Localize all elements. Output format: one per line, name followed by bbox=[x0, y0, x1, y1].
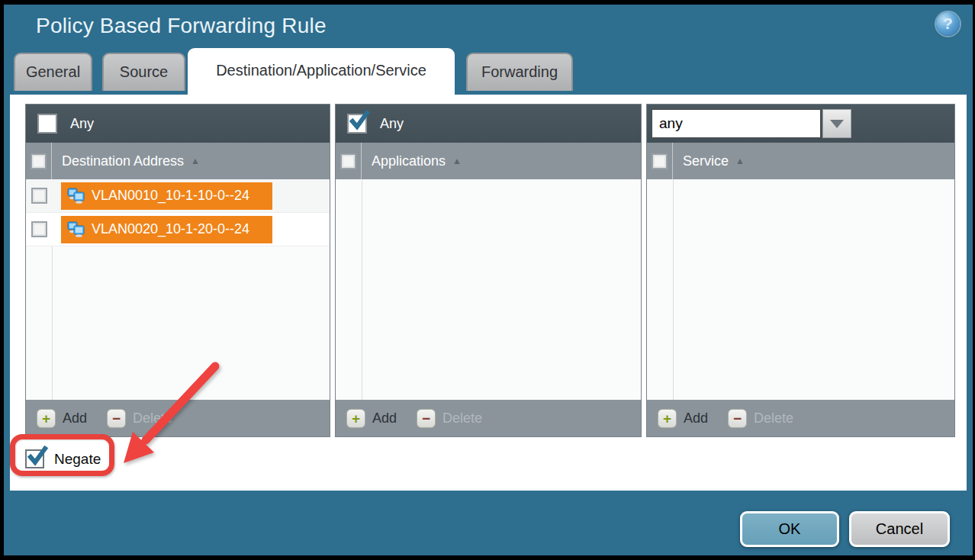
delete-button[interactable]: − Delete bbox=[417, 409, 482, 428]
destination-any-bar: Any bbox=[26, 105, 330, 143]
table-row[interactable]: VLAN0010_10-1-10-0--24 bbox=[26, 179, 330, 213]
row-checkbox[interactable] bbox=[31, 221, 47, 237]
service-list bbox=[647, 179, 954, 400]
service-dropdown-value[interactable]: any bbox=[652, 109, 821, 138]
delete-icon: − bbox=[107, 409, 126, 428]
dropdown-button[interactable] bbox=[822, 109, 851, 138]
dialog-title: Policy Based Forwarding Rule bbox=[36, 14, 327, 38]
destination-any-checkbox[interactable] bbox=[37, 114, 57, 134]
chevron-down-icon bbox=[830, 120, 844, 128]
destination-toolbar: + Add − Delete bbox=[26, 400, 330, 436]
address-label: VLAN0020_10-1-20-0--24 bbox=[92, 221, 249, 237]
address-chip[interactable]: VLAN0020_10-1-20-0--24 bbox=[61, 216, 272, 243]
applications-toolbar: + Add − Delete bbox=[336, 400, 641, 436]
ok-button[interactable]: OK bbox=[740, 511, 839, 547]
delete-button[interactable]: − Delete bbox=[107, 409, 172, 428]
add-button[interactable]: + Add bbox=[658, 409, 708, 428]
tab-destination-application-service[interactable]: Destination/Application/Service bbox=[188, 48, 455, 95]
delete-icon: − bbox=[728, 409, 747, 428]
sort-asc-icon[interactable]: ▲ bbox=[452, 156, 462, 166]
destination-any-label: Any bbox=[70, 116, 94, 132]
applications-list bbox=[336, 179, 641, 400]
tab-general[interactable]: General bbox=[14, 53, 92, 91]
add-button[interactable]: + Add bbox=[37, 409, 87, 428]
network-icon bbox=[67, 188, 85, 204]
help-icon[interactable]: ? bbox=[936, 12, 960, 36]
address-label: VLAN0010_10-1-10-0--24 bbox=[92, 188, 249, 204]
add-button[interactable]: + Add bbox=[346, 409, 397, 428]
applications-panel: Any Applications ▲ + Add − Delete bbox=[335, 104, 642, 437]
destination-panel: Any Destination Address ▲ bbox=[25, 104, 330, 437]
destination-select-all-checkbox[interactable] bbox=[31, 153, 47, 169]
row-checkbox[interactable] bbox=[31, 188, 47, 204]
applications-any-label: Any bbox=[380, 116, 404, 132]
destination-column-header[interactable]: Destination Address bbox=[52, 153, 184, 169]
add-icon: + bbox=[658, 409, 677, 428]
sort-asc-icon[interactable]: ▲ bbox=[191, 156, 200, 166]
negate-control: Negate bbox=[25, 449, 101, 468]
destination-column-header-row: Destination Address ▲ bbox=[26, 143, 330, 179]
service-dropdown-bar: any bbox=[647, 105, 954, 143]
cancel-button[interactable]: Cancel bbox=[849, 511, 950, 547]
tab-source[interactable]: Source bbox=[102, 53, 185, 91]
destination-list: VLAN0010_10-1-10-0--24 VLAN0020_10-1-20-… bbox=[26, 179, 330, 400]
applications-column-header[interactable]: Applications bbox=[362, 153, 446, 169]
service-column-header-row: Service ▲ bbox=[647, 143, 954, 179]
delete-icon: − bbox=[417, 409, 436, 428]
applications-select-all-checkbox[interactable] bbox=[340, 153, 356, 169]
column-divider bbox=[362, 179, 362, 400]
applications-any-bar: Any bbox=[336, 105, 641, 143]
delete-button[interactable]: − Delete bbox=[728, 409, 793, 428]
service-toolbar: + Add − Delete bbox=[647, 400, 954, 436]
policy-forwarding-dialog: Policy Based Forwarding Rule ? General S… bbox=[0, 0, 975, 560]
sort-asc-icon[interactable]: ▲ bbox=[735, 156, 745, 166]
add-icon: + bbox=[346, 409, 365, 428]
column-divider bbox=[673, 179, 674, 400]
tab-forwarding[interactable]: Forwarding bbox=[466, 53, 573, 91]
negate-checkbox[interactable] bbox=[25, 449, 44, 468]
negate-label: Negate bbox=[54, 451, 101, 468]
table-row[interactable]: VLAN0020_10-1-20-0--24 bbox=[26, 213, 330, 246]
service-dropdown[interactable]: any bbox=[652, 109, 851, 138]
applications-any-checkbox[interactable] bbox=[347, 114, 367, 134]
applications-column-header-row: Applications ▲ bbox=[336, 143, 641, 179]
service-column-header[interactable]: Service bbox=[673, 153, 729, 169]
address-chip[interactable]: VLAN0010_10-1-10-0--24 bbox=[61, 182, 272, 210]
network-icon bbox=[67, 221, 85, 237]
service-panel: any Service ▲ + Add − Delete bbox=[646, 104, 955, 437]
add-icon: + bbox=[37, 409, 56, 428]
service-select-all-checkbox[interactable] bbox=[652, 153, 668, 169]
